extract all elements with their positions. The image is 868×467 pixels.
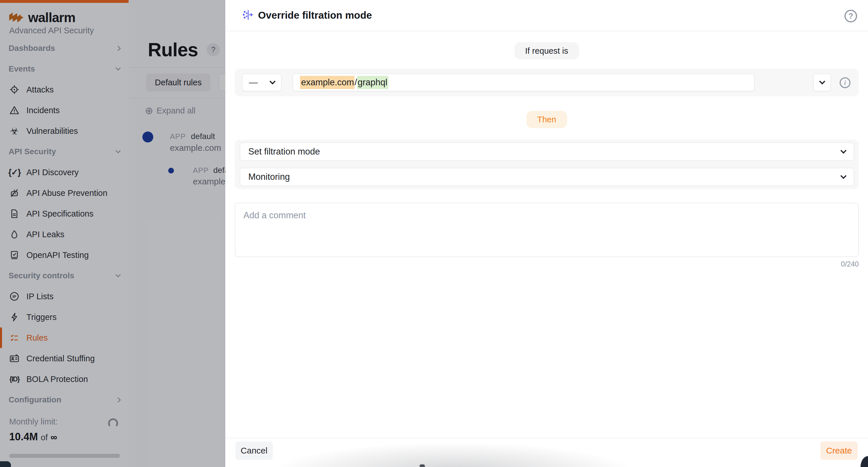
uri-dropdown-button[interactable] [813, 74, 831, 91]
uri-slash: / [354, 77, 357, 88]
chevron-down-icon [840, 147, 846, 153]
divider [225, 438, 868, 438]
then-pill: Then [526, 111, 567, 128]
uri-host-token: example.com [300, 76, 354, 89]
action-rows: Set filtration mode Monitoring [235, 140, 859, 189]
divider [225, 31, 868, 31]
condition-row: — example.com/graphql i [235, 69, 859, 96]
uri-path-token: graphql [357, 76, 389, 89]
info-icon[interactable]: i [840, 77, 850, 88]
bottom-notch-artifact [420, 464, 425, 467]
bottom-left-artifact [0, 461, 11, 467]
modal-title: Override filtration mode [258, 9, 372, 21]
condition-operator-select[interactable]: — [242, 74, 282, 91]
create-button[interactable]: Create [820, 441, 858, 460]
cancel-button[interactable]: Cancel [236, 441, 273, 460]
override-filtration-modal: Override filtration mode ? If request is… [225, 0, 868, 467]
char-counter: 0/240 [841, 260, 859, 268]
screen: wallarm Advanced API Security Dashboards… [0, 0, 868, 467]
chevron-down-icon [819, 78, 825, 84]
filtration-mode-select[interactable]: Monitoring [240, 168, 854, 186]
comment-textarea[interactable] [235, 203, 859, 257]
help-icon[interactable]: ? [844, 10, 857, 22]
if-request-is-pill: If request is [515, 42, 579, 59]
chevron-down-icon [840, 173, 846, 179]
footer-shadow [260, 430, 690, 467]
uri-input[interactable]: example.com/graphql [292, 74, 755, 91]
action-type-select[interactable]: Set filtration mode [240, 142, 854, 161]
chevron-down-icon [270, 78, 276, 84]
filtration-mode-icon [242, 9, 253, 22]
